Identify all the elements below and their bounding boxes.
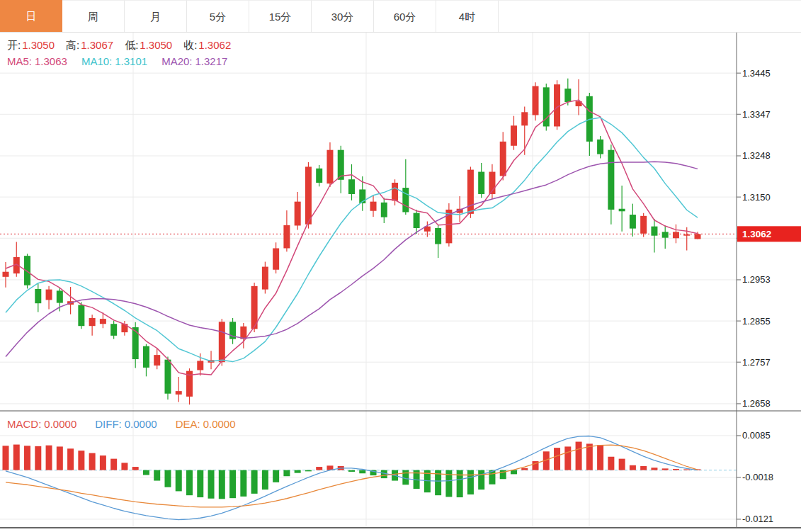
macd-bar <box>651 468 657 470</box>
macd-bar <box>273 470 279 482</box>
macd-bar <box>348 470 355 472</box>
candle-body <box>110 324 117 336</box>
candle-body <box>414 213 420 228</box>
macd-bar <box>402 470 409 485</box>
ohlc-open: 开:1.3050 <box>7 39 55 52</box>
ma-line-ma5 <box>6 100 698 375</box>
macd-bar <box>132 467 139 470</box>
macd-bar <box>219 470 225 499</box>
candle-body <box>240 327 246 339</box>
candle-body <box>597 140 603 154</box>
candle-body <box>619 209 625 212</box>
candle-body <box>533 86 539 115</box>
current-price-badge-text: 1.3062 <box>742 229 771 239</box>
macd-bar <box>78 451 84 470</box>
chart-canvas[interactable]: 1.34451.33471.32481.31501.30521.29531.28… <box>0 33 801 532</box>
diff-value: 0.0000 <box>125 418 157 430</box>
macd-bar <box>35 446 41 470</box>
ma10-value: 1.3101 <box>115 55 147 67</box>
candle-body <box>326 150 333 183</box>
candle-body <box>273 248 279 269</box>
macd-bar <box>673 469 679 470</box>
candle-body <box>392 183 398 201</box>
tab-30min[interactable]: 30分 <box>312 0 374 32</box>
macd-bar <box>576 442 582 470</box>
macd-bar <box>197 470 203 497</box>
ohlc-low-label: 低: <box>125 39 138 51</box>
candle-body <box>683 234 690 236</box>
macd-bar <box>619 459 625 470</box>
candle-body <box>402 188 409 212</box>
y-axis-label: 1.2757 <box>742 357 771 368</box>
macd-bar <box>608 457 614 470</box>
candle-body <box>554 84 560 126</box>
macd-bar <box>283 470 290 477</box>
candle-body <box>511 125 517 145</box>
tab-60min[interactable]: 60分 <box>374 0 436 32</box>
candle-body <box>197 361 203 370</box>
candle-body <box>57 290 63 302</box>
ohlc-open-label: 开: <box>7 39 21 51</box>
tab-weekly[interactable]: 周 <box>62 0 125 32</box>
candle-body <box>695 234 701 239</box>
diff-legend: DIFF:0.0000 <box>95 418 157 430</box>
candle-body <box>295 202 301 226</box>
candle-body <box>370 202 377 211</box>
candle-body <box>262 267 268 290</box>
macd-bar <box>57 446 63 470</box>
ohlc-close-value: 1.3062 <box>198 39 231 51</box>
macd-bar <box>110 459 117 470</box>
macd-legend-row: MACD:0.0000 DIFF:0.0000 DEA:0.0000 <box>7 418 254 430</box>
ma5-legend: MA5:1.3063 <box>7 55 67 67</box>
macd-label: MACD: <box>7 418 41 430</box>
macd-bar <box>295 470 301 473</box>
candle-body <box>381 203 387 217</box>
macd-bar <box>154 470 160 481</box>
ma20-value: 1.3217 <box>195 55 228 67</box>
macd-bar <box>186 470 193 496</box>
ma10-label: MA10: <box>81 55 112 67</box>
tab-monthly[interactable]: 月 <box>125 0 187 32</box>
ohlc-high-value: 1.3067 <box>81 39 113 51</box>
tab-daily[interactable]: 日 <box>0 0 62 32</box>
macd-bar <box>586 443 593 470</box>
candle-body <box>219 322 225 362</box>
macd-bar <box>46 446 52 470</box>
macd-axis-label: -0.0018 <box>742 472 773 482</box>
macd-bar <box>640 466 647 470</box>
ohlc-close: 收:1.3062 <box>183 39 231 52</box>
tab-4hour[interactable]: 4时 <box>436 0 499 32</box>
candle-body <box>435 228 441 244</box>
candle-body <box>305 166 312 224</box>
tab-15min[interactable]: 15分 <box>249 0 312 32</box>
candle-body <box>283 225 290 249</box>
candle-body <box>154 355 160 366</box>
diff-line <box>6 436 698 520</box>
candle-body <box>89 318 96 326</box>
tab-5min[interactable]: 5分 <box>187 0 249 32</box>
chart-area[interactable]: 1.34451.33471.32481.31501.30521.29531.28… <box>0 33 801 532</box>
candle-body <box>35 289 41 303</box>
ohlc-close-label: 收: <box>183 39 197 51</box>
dea-label: DEA: <box>176 418 200 430</box>
ohlc-low: 低:1.3050 <box>125 39 172 52</box>
ma20-label: MA20: <box>161 55 192 67</box>
tabbar-filler <box>499 0 801 32</box>
ohlc-high: 高:1.3067 <box>66 39 113 52</box>
candle-body <box>316 169 322 183</box>
y-axis-label: 1.2658 <box>742 398 771 409</box>
ma-legend-row: MA5:1.3063 MA10:1.3101 MA20:1.3217 <box>7 55 242 67</box>
candle-body <box>164 360 171 394</box>
ohlc-info-row: 开:1.3050 高:1.3067 低:1.3050 收:1.3062 <box>7 39 242 52</box>
diff-label: DIFF: <box>95 418 122 430</box>
macd-bar <box>100 455 106 470</box>
ma5-label: MA5: <box>7 55 32 67</box>
dea-line <box>6 445 698 507</box>
candle-body <box>132 327 139 359</box>
candle-body <box>348 179 355 194</box>
macd-bar <box>176 470 182 492</box>
macd-bar <box>164 470 171 487</box>
candle-body <box>467 170 474 214</box>
y-axis-label: 1.3347 <box>742 109 771 120</box>
candle-body <box>478 172 484 194</box>
